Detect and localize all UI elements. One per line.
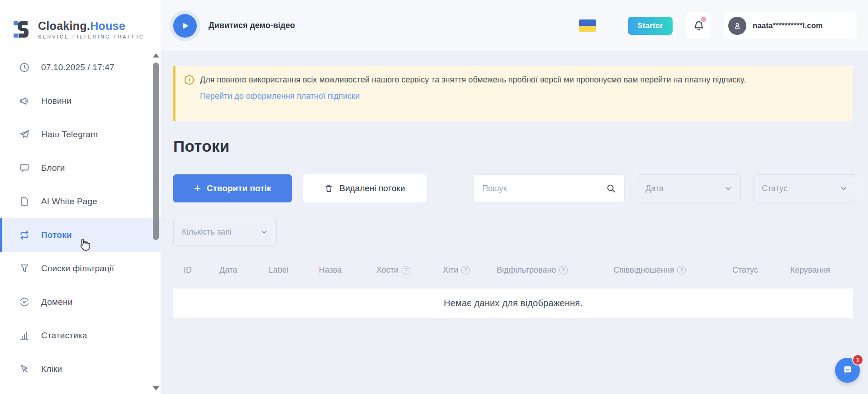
sidebar-item-statistics[interactable]: Статистика <box>0 319 161 352</box>
column-header-status: Статус <box>732 265 758 275</box>
sidebar-item-label: Наш Telegram <box>41 130 98 139</box>
column-header-ratio: Співвідношення? <box>613 265 686 275</box>
notification-dot <box>701 17 706 22</box>
brand-name-primary: Cloaking. <box>38 19 90 32</box>
sidebar-menu: 07.10.2025 / 17:47 Новини Наш Telegram Б… <box>0 51 161 386</box>
table-empty-state: Немає даних для відображення. <box>173 288 853 318</box>
column-header-actions: Керування <box>790 265 830 275</box>
help-icon[interactable]: ? <box>677 266 686 274</box>
table-header: ID Дата Label Назва Хости? Хіти? Відфіль… <box>173 257 853 284</box>
demo-video-label[interactable]: Дивитися демо-відео <box>209 20 295 31</box>
scroll-down-arrow-icon[interactable] <box>153 386 159 390</box>
trial-warning-banner: ! Для повного використання всіх можливос… <box>173 66 853 121</box>
column-header-name: Назва <box>319 265 342 275</box>
streams-icon <box>19 230 30 240</box>
brand-name: Cloaking.House SERVICE FILTERING TRAFFIC <box>38 19 144 39</box>
chevron-down-icon <box>724 184 732 192</box>
megaphone-icon <box>19 96 30 106</box>
page-title: Потоки <box>173 137 230 155</box>
trash-icon <box>324 183 333 193</box>
user-menu[interactable]: naata**********l.com <box>724 12 857 39</box>
clicks-icon <box>19 364 30 375</box>
play-icon <box>180 21 190 31</box>
plus-icon: + <box>194 182 201 194</box>
domain-icon <box>19 297 30 308</box>
brand-tagline: SERVICE FILTERING TRAFFIC <box>38 34 144 39</box>
stats-icon <box>19 330 30 341</box>
sidebar-item-label: Новини <box>41 96 71 106</box>
search-box <box>474 174 625 202</box>
sidebar-item-streams[interactable]: Потоки <box>0 218 161 252</box>
status-filter-select[interactable]: Статус <box>753 174 856 202</box>
help-icon[interactable]: ? <box>402 266 410 274</box>
upgrade-subscription-link[interactable]: Перейти до оформлення платної підписки <box>200 91 360 101</box>
sidebar-item-datetime[interactable]: 07.10.2025 / 17:47 <box>0 51 161 84</box>
sidebar-item-label: 07.10.2025 / 17:47 <box>41 62 114 72</box>
sidebar-item-news[interactable]: Новини <box>0 84 161 118</box>
column-header-hosts: Хости? <box>376 265 410 275</box>
warning-icon: ! <box>185 75 194 85</box>
sidebar-item-ai-white-page[interactable]: AI White Page <box>0 185 161 218</box>
clock-icon <box>19 62 30 73</box>
chat-smile-icon <box>841 364 854 377</box>
sidebar-item-label: Статистика <box>41 331 87 341</box>
search-icon[interactable] <box>606 183 616 193</box>
column-header-label: Label <box>269 265 289 275</box>
empty-state-text: Немає даних для відображення. <box>444 298 583 308</box>
person-icon <box>733 21 742 30</box>
brand-name-accent: House <box>90 19 125 32</box>
help-icon[interactable]: ? <box>461 266 470 274</box>
brand-logo[interactable]: Cloaking.House SERVICE FILTERING TRAFFIC <box>0 0 161 45</box>
telegram-icon <box>19 129 30 140</box>
sidebar-item-label: AI White Page <box>41 197 97 207</box>
language-flag-ukraine[interactable] <box>579 19 596 32</box>
avatar <box>728 17 746 35</box>
sidebar-item-blogs[interactable]: Блоги <box>0 151 161 185</box>
play-button[interactable] <box>173 14 197 38</box>
scroll-up-arrow-icon[interactable] <box>153 53 159 58</box>
sidebar-item-filter-lists[interactable]: Списки фільтрації <box>0 252 161 285</box>
column-header-date: Дата <box>219 265 237 275</box>
sidebar-item-label: Блоги <box>41 163 65 173</box>
chat-bubble-icon <box>19 163 30 173</box>
main-content: ! Для повного використання всіх можливос… <box>161 51 868 394</box>
sidebar-item-label: Потоки <box>41 230 72 240</box>
banner-text: Для повного використання всіх можливосте… <box>200 74 746 85</box>
scrollbar-thumb[interactable] <box>153 62 159 240</box>
sidebar-item-label: Списки фільтрації <box>41 264 114 274</box>
flag-yellow-stripe <box>579 26 596 32</box>
brand-logo-icon <box>14 19 32 40</box>
deleted-streams-button[interactable]: Видалені потоки <box>303 174 427 202</box>
column-header-filtered: Відфільтровано? <box>497 265 568 275</box>
sidebar-item-label: Кліки <box>41 364 62 374</box>
chat-unread-badge: 1 <box>852 354 863 365</box>
demo-video-control[interactable]: Дивитися демо-відео <box>173 14 295 38</box>
notifications-button[interactable] <box>686 12 711 39</box>
sidebar-item-telegram[interactable]: Наш Telegram <box>0 118 161 151</box>
topbar: Дивитися демо-відео Starter naata*******… <box>161 0 868 51</box>
search-input[interactable] <box>482 184 606 193</box>
create-stream-button[interactable]: + Створити потік <box>173 174 292 202</box>
user-email: naata**********l.com <box>753 21 823 30</box>
flag-blue-stripe <box>579 19 596 26</box>
sidebar-scrollbar[interactable] <box>152 50 160 394</box>
plan-badge[interactable]: Starter <box>628 17 673 35</box>
sidebar: Cloaking.House SERVICE FILTERING TRAFFIC… <box>0 0 161 394</box>
date-filter-select[interactable]: Дата <box>637 174 741 202</box>
topbar-right: Starter naata**********l.com <box>579 12 857 39</box>
filter-icon <box>19 263 30 274</box>
column-header-hits: Хіти? <box>443 265 470 275</box>
column-header-id: ID <box>184 265 192 275</box>
page-icon <box>19 196 30 207</box>
records-count-select[interactable]: Кількість запі <box>173 218 277 246</box>
chevron-down-icon <box>260 228 268 236</box>
help-icon[interactable]: ? <box>559 266 568 274</box>
sidebar-item-domains[interactable]: Домени <box>0 285 161 319</box>
sidebar-item-label: Домени <box>41 297 73 307</box>
chevron-down-icon <box>840 184 848 192</box>
sidebar-item-clicks[interactable]: Кліки <box>0 352 161 386</box>
